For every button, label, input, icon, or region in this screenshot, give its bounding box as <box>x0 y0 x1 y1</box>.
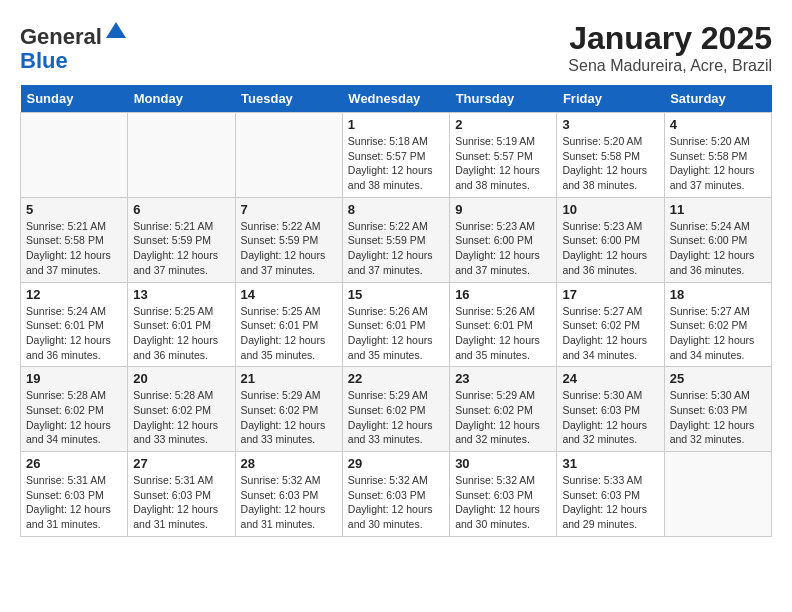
calendar-cell: 7Sunrise: 5:22 AM Sunset: 5:59 PM Daylig… <box>235 197 342 282</box>
day-info: Sunrise: 5:22 AM Sunset: 5:59 PM Dayligh… <box>241 219 337 278</box>
page-header: General Blue January 2025 Sena Madureira… <box>20 20 772 75</box>
calendar-cell: 15Sunrise: 5:26 AM Sunset: 6:01 PM Dayli… <box>342 282 449 367</box>
calendar-cell: 31Sunrise: 5:33 AM Sunset: 6:03 PM Dayli… <box>557 452 664 537</box>
calendar-cell: 13Sunrise: 5:25 AM Sunset: 6:01 PM Dayli… <box>128 282 235 367</box>
day-number: 9 <box>455 202 551 217</box>
day-number: 30 <box>455 456 551 471</box>
day-number: 3 <box>562 117 658 132</box>
day-number: 19 <box>26 371 122 386</box>
day-info: Sunrise: 5:19 AM Sunset: 5:57 PM Dayligh… <box>455 134 551 193</box>
day-number: 11 <box>670 202 766 217</box>
day-number: 18 <box>670 287 766 302</box>
calendar-cell: 1Sunrise: 5:18 AM Sunset: 5:57 PM Daylig… <box>342 113 449 198</box>
calendar-table: SundayMondayTuesdayWednesdayThursdayFrid… <box>20 85 772 537</box>
day-number: 21 <box>241 371 337 386</box>
calendar-week-2: 5Sunrise: 5:21 AM Sunset: 5:58 PM Daylig… <box>21 197 772 282</box>
page-subtitle: Sena Madureira, Acre, Brazil <box>568 57 772 75</box>
weekday-header-monday: Monday <box>128 85 235 113</box>
weekday-header-wednesday: Wednesday <box>342 85 449 113</box>
day-number: 25 <box>670 371 766 386</box>
calendar-cell: 9Sunrise: 5:23 AM Sunset: 6:00 PM Daylig… <box>450 197 557 282</box>
day-number: 23 <box>455 371 551 386</box>
logo: General Blue <box>20 20 128 73</box>
calendar-cell: 27Sunrise: 5:31 AM Sunset: 6:03 PM Dayli… <box>128 452 235 537</box>
day-info: Sunrise: 5:31 AM Sunset: 6:03 PM Dayligh… <box>133 473 229 532</box>
calendar-week-4: 19Sunrise: 5:28 AM Sunset: 6:02 PM Dayli… <box>21 367 772 452</box>
day-number: 29 <box>348 456 444 471</box>
day-number: 7 <box>241 202 337 217</box>
day-info: Sunrise: 5:28 AM Sunset: 6:02 PM Dayligh… <box>26 388 122 447</box>
svg-marker-0 <box>106 22 126 38</box>
day-info: Sunrise: 5:18 AM Sunset: 5:57 PM Dayligh… <box>348 134 444 193</box>
day-info: Sunrise: 5:20 AM Sunset: 5:58 PM Dayligh… <box>670 134 766 193</box>
day-info: Sunrise: 5:31 AM Sunset: 6:03 PM Dayligh… <box>26 473 122 532</box>
calendar-week-3: 12Sunrise: 5:24 AM Sunset: 6:01 PM Dayli… <box>21 282 772 367</box>
calendar-cell: 17Sunrise: 5:27 AM Sunset: 6:02 PM Dayli… <box>557 282 664 367</box>
day-number: 28 <box>241 456 337 471</box>
title-block: January 2025 Sena Madureira, Acre, Brazi… <box>568 20 772 75</box>
calendar-cell: 8Sunrise: 5:22 AM Sunset: 5:59 PM Daylig… <box>342 197 449 282</box>
calendar-body: 1Sunrise: 5:18 AM Sunset: 5:57 PM Daylig… <box>21 113 772 537</box>
day-number: 10 <box>562 202 658 217</box>
weekday-header-tuesday: Tuesday <box>235 85 342 113</box>
day-number: 26 <box>26 456 122 471</box>
day-number: 22 <box>348 371 444 386</box>
day-info: Sunrise: 5:27 AM Sunset: 6:02 PM Dayligh… <box>562 304 658 363</box>
calendar-cell <box>128 113 235 198</box>
calendar-cell: 24Sunrise: 5:30 AM Sunset: 6:03 PM Dayli… <box>557 367 664 452</box>
logo-general-text: General <box>20 24 102 49</box>
day-info: Sunrise: 5:32 AM Sunset: 6:03 PM Dayligh… <box>241 473 337 532</box>
calendar-cell: 29Sunrise: 5:32 AM Sunset: 6:03 PM Dayli… <box>342 452 449 537</box>
day-info: Sunrise: 5:21 AM Sunset: 5:58 PM Dayligh… <box>26 219 122 278</box>
calendar-cell: 18Sunrise: 5:27 AM Sunset: 6:02 PM Dayli… <box>664 282 771 367</box>
day-info: Sunrise: 5:29 AM Sunset: 6:02 PM Dayligh… <box>241 388 337 447</box>
logo-icon <box>104 20 128 44</box>
calendar-cell <box>235 113 342 198</box>
day-info: Sunrise: 5:22 AM Sunset: 5:59 PM Dayligh… <box>348 219 444 278</box>
day-number: 12 <box>26 287 122 302</box>
calendar-cell: 22Sunrise: 5:29 AM Sunset: 6:02 PM Dayli… <box>342 367 449 452</box>
day-info: Sunrise: 5:30 AM Sunset: 6:03 PM Dayligh… <box>670 388 766 447</box>
calendar-cell: 14Sunrise: 5:25 AM Sunset: 6:01 PM Dayli… <box>235 282 342 367</box>
day-number: 6 <box>133 202 229 217</box>
calendar-cell: 4Sunrise: 5:20 AM Sunset: 5:58 PM Daylig… <box>664 113 771 198</box>
day-number: 14 <box>241 287 337 302</box>
day-number: 20 <box>133 371 229 386</box>
day-number: 1 <box>348 117 444 132</box>
calendar-cell: 21Sunrise: 5:29 AM Sunset: 6:02 PM Dayli… <box>235 367 342 452</box>
day-number: 15 <box>348 287 444 302</box>
day-info: Sunrise: 5:24 AM Sunset: 6:00 PM Dayligh… <box>670 219 766 278</box>
day-number: 24 <box>562 371 658 386</box>
logo-blue-text: Blue <box>20 48 68 73</box>
day-info: Sunrise: 5:32 AM Sunset: 6:03 PM Dayligh… <box>455 473 551 532</box>
weekday-header-saturday: Saturday <box>664 85 771 113</box>
calendar-cell: 2Sunrise: 5:19 AM Sunset: 5:57 PM Daylig… <box>450 113 557 198</box>
calendar-cell: 19Sunrise: 5:28 AM Sunset: 6:02 PM Dayli… <box>21 367 128 452</box>
day-number: 5 <box>26 202 122 217</box>
weekday-header-thursday: Thursday <box>450 85 557 113</box>
weekday-header-row: SundayMondayTuesdayWednesdayThursdayFrid… <box>21 85 772 113</box>
calendar-cell: 6Sunrise: 5:21 AM Sunset: 5:59 PM Daylig… <box>128 197 235 282</box>
day-info: Sunrise: 5:33 AM Sunset: 6:03 PM Dayligh… <box>562 473 658 532</box>
calendar-week-1: 1Sunrise: 5:18 AM Sunset: 5:57 PM Daylig… <box>21 113 772 198</box>
day-info: Sunrise: 5:25 AM Sunset: 6:01 PM Dayligh… <box>133 304 229 363</box>
day-number: 31 <box>562 456 658 471</box>
page-title: January 2025 <box>568 20 772 57</box>
calendar-cell: 30Sunrise: 5:32 AM Sunset: 6:03 PM Dayli… <box>450 452 557 537</box>
calendar-cell: 3Sunrise: 5:20 AM Sunset: 5:58 PM Daylig… <box>557 113 664 198</box>
day-info: Sunrise: 5:24 AM Sunset: 6:01 PM Dayligh… <box>26 304 122 363</box>
weekday-header-friday: Friday <box>557 85 664 113</box>
calendar-cell: 16Sunrise: 5:26 AM Sunset: 6:01 PM Dayli… <box>450 282 557 367</box>
day-info: Sunrise: 5:21 AM Sunset: 5:59 PM Dayligh… <box>133 219 229 278</box>
calendar-cell: 5Sunrise: 5:21 AM Sunset: 5:58 PM Daylig… <box>21 197 128 282</box>
day-info: Sunrise: 5:29 AM Sunset: 6:02 PM Dayligh… <box>348 388 444 447</box>
calendar-cell: 26Sunrise: 5:31 AM Sunset: 6:03 PM Dayli… <box>21 452 128 537</box>
day-info: Sunrise: 5:30 AM Sunset: 6:03 PM Dayligh… <box>562 388 658 447</box>
calendar-cell: 23Sunrise: 5:29 AM Sunset: 6:02 PM Dayli… <box>450 367 557 452</box>
day-info: Sunrise: 5:23 AM Sunset: 6:00 PM Dayligh… <box>455 219 551 278</box>
calendar-cell: 28Sunrise: 5:32 AM Sunset: 6:03 PM Dayli… <box>235 452 342 537</box>
day-info: Sunrise: 5:26 AM Sunset: 6:01 PM Dayligh… <box>348 304 444 363</box>
day-number: 13 <box>133 287 229 302</box>
day-number: 27 <box>133 456 229 471</box>
calendar-cell: 12Sunrise: 5:24 AM Sunset: 6:01 PM Dayli… <box>21 282 128 367</box>
